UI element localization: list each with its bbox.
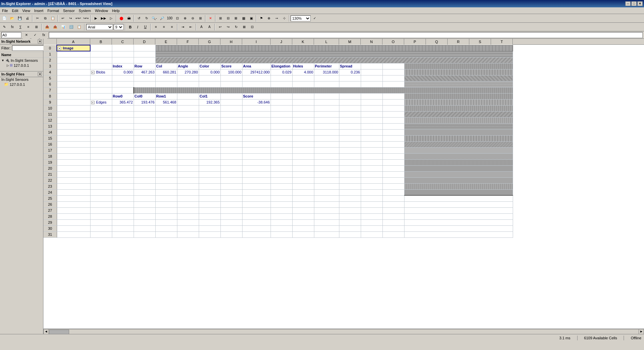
cell-b1[interactable] [90, 51, 112, 57]
zoom-select[interactable]: 130% 100% 75% 50% [291, 15, 311, 21]
cell-a9[interactable] [57, 99, 90, 105]
cell-i4[interactable]: 297412.000 [242, 69, 271, 75]
cell-d9[interactable]: 193.476 [134, 99, 155, 105]
cell-c4[interactable]: 0.000 [112, 69, 134, 75]
cell-a1[interactable] [57, 51, 90, 57]
cell-g3[interactable]: Color [199, 63, 220, 69]
format-extra3[interactable]: ↻ [232, 23, 240, 31]
zoom-fit-button[interactable]: ⊡ [174, 15, 181, 22]
cell-h5[interactable] [220, 75, 242, 81]
cell-a7[interactable] [57, 87, 90, 93]
icon-btn2[interactable]: ⊕ [265, 15, 273, 22]
font-size-select[interactable]: 9 10 12 [114, 24, 124, 30]
italic-button[interactable]: I [134, 24, 141, 30]
col-header-g[interactable]: G [199, 39, 220, 45]
paste-button[interactable]: 📋 [49, 15, 56, 22]
blobs-expand[interactable]: + [91, 71, 95, 74]
col-header-m[interactable]: M [339, 39, 361, 45]
copy-button[interactable]: ⧉ [41, 15, 49, 22]
hscroll-thumb[interactable] [49, 330, 69, 334]
format-tool5[interactable]: ⊞ [33, 23, 40, 31]
color-fill-button[interactable]: A [198, 23, 205, 31]
menu-system[interactable]: System [77, 8, 93, 13]
tool2[interactable]: ↻ [143, 15, 150, 22]
close-view[interactable]: ✕ [207, 15, 214, 22]
zoom-apply[interactable]: ✓ [311, 15, 318, 22]
cell-h8[interactable] [220, 93, 242, 99]
cell-m4[interactable]: 0.236 [339, 69, 361, 75]
cell-d0[interactable] [134, 45, 155, 51]
tree-item-files-ip[interactable]: 📁 127.0.0.1 [0, 82, 43, 87]
indent-increase[interactable]: ⇥ [179, 23, 186, 31]
cell-d6[interactable] [134, 81, 155, 87]
menu-help[interactable]: Help [110, 8, 122, 13]
align-center-button[interactable]: ≡ [160, 23, 168, 31]
cell-i5[interactable] [242, 75, 271, 81]
cell-i8[interactable]: Score [242, 93, 271, 99]
cell-o8[interactable] [382, 93, 404, 99]
icon-btn3[interactable]: ⊸ [273, 15, 280, 22]
format-tool2[interactable]: fx [9, 23, 16, 31]
cell-f8[interactable] [177, 93, 199, 99]
cell-b2[interactable] [90, 57, 112, 63]
format-extra5[interactable]: ⊡ [249, 23, 256, 31]
cell-c3[interactable]: Index [112, 63, 134, 69]
cell-i3[interactable]: Area [242, 63, 271, 69]
icon-btn4[interactable]: ⊹ [281, 15, 288, 22]
cell-f5[interactable] [177, 75, 199, 81]
cell-g9[interactable]: 192.365 [199, 99, 220, 105]
format-tool7[interactable]: 📤 [51, 23, 59, 31]
col-header-n[interactable]: N [361, 39, 382, 45]
cell-l3[interactable]: Perimeter [314, 63, 339, 69]
zoom-in-button[interactable]: ⊕ [181, 15, 189, 22]
col-header-b[interactable]: B [90, 39, 112, 45]
grid-btn5[interactable]: ▣ [248, 15, 255, 22]
cell-d1[interactable] [134, 51, 155, 57]
cell-d8[interactable]: Col0 [134, 93, 155, 99]
col-header-p[interactable]: P [404, 39, 426, 45]
menu-insert[interactable]: Insert [32, 8, 45, 13]
format-tool8[interactable]: 📊 [59, 23, 67, 31]
cell-g6[interactable] [199, 81, 220, 87]
cell-l8[interactable] [314, 93, 339, 99]
cell-h9[interactable] [220, 99, 242, 105]
formula-confirm[interactable]: ✓ [31, 31, 39, 39]
cell-m5[interactable] [339, 75, 361, 81]
grid-btn4[interactable]: ▦ [240, 15, 247, 22]
new-button[interactable]: 📄 [1, 15, 8, 22]
cell-h6[interactable] [220, 81, 242, 87]
menu-file[interactable]: File [0, 8, 10, 13]
formula-cancel[interactable]: ✕ [23, 31, 30, 39]
cell-d2[interactable] [134, 57, 155, 63]
print-button[interactable]: 🖨 [24, 15, 31, 22]
cell-c7[interactable] [112, 87, 134, 93]
cell-l9[interactable] [314, 99, 339, 105]
files-panel-close[interactable]: ✕ [38, 72, 42, 76]
cell-d5[interactable] [134, 75, 155, 81]
cell-a4[interactable] [57, 69, 90, 75]
cell-c6[interactable] [112, 81, 134, 87]
font-select[interactable]: Arial [86, 24, 113, 30]
format-tool9[interactable]: 🔢 [67, 23, 75, 31]
cell-h3[interactable]: Score [220, 63, 242, 69]
redo-button[interactable]: ↪ [67, 15, 74, 22]
cell-a8[interactable] [57, 93, 90, 99]
undo-button[interactable]: ↩ [59, 15, 66, 22]
col-header-l[interactable]: L [314, 39, 339, 45]
format-extra1[interactable]: ↩ [216, 23, 224, 31]
cell-j6[interactable] [271, 81, 292, 87]
cell-c5[interactable] [112, 75, 134, 81]
cell-c0[interactable] [112, 45, 134, 51]
menu-view[interactable]: View [20, 8, 32, 13]
cell-n4[interactable] [361, 69, 382, 75]
bold-button[interactable]: B [127, 24, 134, 30]
formula-input[interactable]: AcquireImage(0,1,8,0,1000,10,0,0.960,128… [49, 32, 643, 38]
cell-g8[interactable]: Col1 [199, 93, 220, 99]
zoom-100-button[interactable]: 100 [166, 15, 173, 22]
cell-j9[interactable] [271, 99, 292, 105]
cell-k8[interactable] [292, 93, 314, 99]
cell-l5[interactable] [314, 75, 339, 81]
cell-i9[interactable]: -38.646 [242, 99, 271, 105]
tool4[interactable]: 🔎 [158, 15, 166, 22]
cell-m6[interactable] [339, 81, 361, 87]
